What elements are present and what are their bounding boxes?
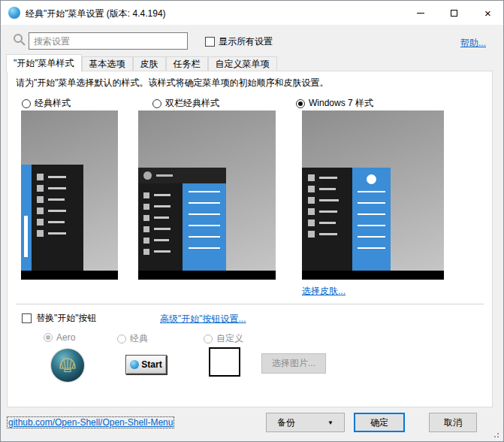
preview2-left-column: [138, 183, 183, 271]
tab-taskbar[interactable]: 任务栏: [166, 56, 208, 71]
app-shell-icon: [8, 7, 20, 19]
maximize-icon: [451, 10, 457, 17]
preview2-right-column: [183, 183, 226, 271]
preview1-menu-panel: [32, 165, 83, 271]
backup-button[interactable]: 备份 ▼: [266, 413, 345, 432]
search-icon: [13, 33, 26, 46]
advanced-start-button-link[interactable]: 高级"开始"按钮设置...: [160, 313, 246, 325]
section-divider: [16, 304, 484, 304]
option-classic: 经典: [117, 332, 148, 345]
show-all-label: 显示所有设置: [219, 35, 273, 48]
dropdown-arrow-icon: ▼: [327, 419, 333, 426]
radio-classic-label: 经典: [130, 332, 148, 345]
radio-classic-style-label: 经典样式: [35, 97, 71, 110]
preview3-left-column: [302, 168, 352, 271]
preview3-right-column: [352, 168, 391, 271]
radio-custom-label: 自定义: [216, 332, 243, 345]
radio-two-column-style-label: 双栏经典样式: [165, 97, 219, 110]
preview2-taskbar: [138, 271, 276, 280]
instruction-text: 请为"开始"菜单选择默认的样式。该样式将确定菜单项的初始顺序和皮肤设置。: [16, 77, 329, 89]
select-skin-link[interactable]: 选择皮肤...: [302, 285, 346, 298]
replace-start-checkbox[interactable]: [22, 313, 32, 323]
settings-dialog: 经典"开始"菜单设置 (版本: 4.4.194) × 显示所有设置 帮助... …: [0, 0, 504, 442]
close-icon: ×: [484, 8, 491, 19]
tab-strip: "开始"菜单样式 基本选项 皮肤 任务栏 自定义菜单项: [6, 54, 277, 71]
tab-custom-menu-items[interactable]: 自定义菜单项: [208, 56, 277, 71]
start-shell-icon: [130, 360, 139, 369]
option-custom: 自定义: [204, 332, 243, 345]
show-all-settings[interactable]: 显示所有设置: [205, 35, 273, 48]
preview1-sidebar-stripe: [21, 165, 32, 271]
help-link[interactable]: 帮助...: [460, 37, 486, 50]
minimize-button[interactable]: [403, 1, 437, 25]
preview1-vertical-text-bar: [24, 216, 28, 257]
preview2-user-header: [138, 168, 226, 183]
classic-start-button-image: Start: [125, 355, 167, 374]
radio-aero-label: Aero: [56, 332, 75, 343]
radio-windows7-style[interactable]: Windows 7 样式: [296, 97, 373, 110]
replace-start-button-option[interactable]: 替换"开始"按钮: [22, 312, 97, 325]
preview-classic-style: [21, 110, 118, 280]
maximize-button[interactable]: [437, 1, 471, 25]
custom-image-box: [209, 347, 240, 377]
ok-button[interactable]: 确定: [354, 413, 405, 432]
preview3-taskbar: [302, 271, 444, 280]
tab-start-menu-style[interactable]: "开始"菜单样式: [6, 54, 82, 71]
radio-aero: [44, 333, 53, 342]
radio-classic-style[interactable]: 经典样式: [22, 97, 71, 110]
radio-windows7-style-label: Windows 7 样式: [309, 97, 373, 110]
radio-windows7-style-circle[interactable]: [296, 99, 305, 108]
github-repo-link[interactable]: github.com/Open-Shell/Open-Shell-Menu: [7, 416, 174, 428]
tab-basic-settings[interactable]: 基本选项: [82, 56, 133, 71]
title-bar: 经典"开始"菜单设置 (版本: 4.4.194) ×: [1, 1, 503, 25]
radio-two-column-style[interactable]: 双栏经典样式: [152, 97, 219, 110]
radio-two-column-style-circle[interactable]: [152, 99, 161, 108]
cancel-button[interactable]: 取消: [429, 413, 477, 432]
start-button-text: Start: [141, 359, 161, 370]
aero-shell-button-image: [51, 349, 84, 382]
option-aero: Aero: [44, 332, 75, 343]
radio-classic: [117, 335, 126, 344]
pick-image-button: 选择图片...: [261, 353, 326, 374]
close-button[interactable]: ×: [471, 1, 504, 25]
preview1-taskbar: [21, 271, 118, 280]
replace-start-label: 替换"开始"按钮: [36, 312, 97, 325]
show-all-checkbox[interactable]: [205, 37, 215, 47]
preview-two-column-style: [138, 110, 276, 280]
radio-classic-style-circle[interactable]: [22, 99, 31, 108]
tab-skin[interactable]: 皮肤: [133, 56, 166, 71]
preview-windows7-style: [302, 110, 444, 280]
backup-button-label: 备份: [277, 416, 295, 429]
shell-glyph-icon: [58, 357, 77, 374]
search-input[interactable]: [29, 32, 188, 50]
minimize-icon: [417, 13, 424, 14]
preview3-orb: [367, 174, 376, 184]
radio-custom: [204, 335, 213, 344]
resize-grip[interactable]: [492, 431, 499, 438]
window-title: 经典"开始"菜单设置 (版本: 4.4.194): [26, 8, 166, 20]
